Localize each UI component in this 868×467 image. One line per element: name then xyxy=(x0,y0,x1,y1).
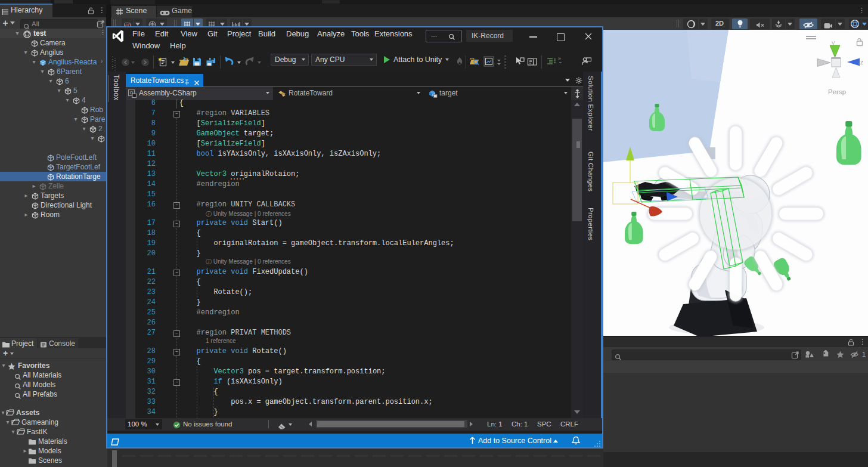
svg-text:Persp: Persp xyxy=(828,88,846,95)
svg-text:z: z xyxy=(860,59,863,66)
svg-text:y: y xyxy=(832,39,835,46)
